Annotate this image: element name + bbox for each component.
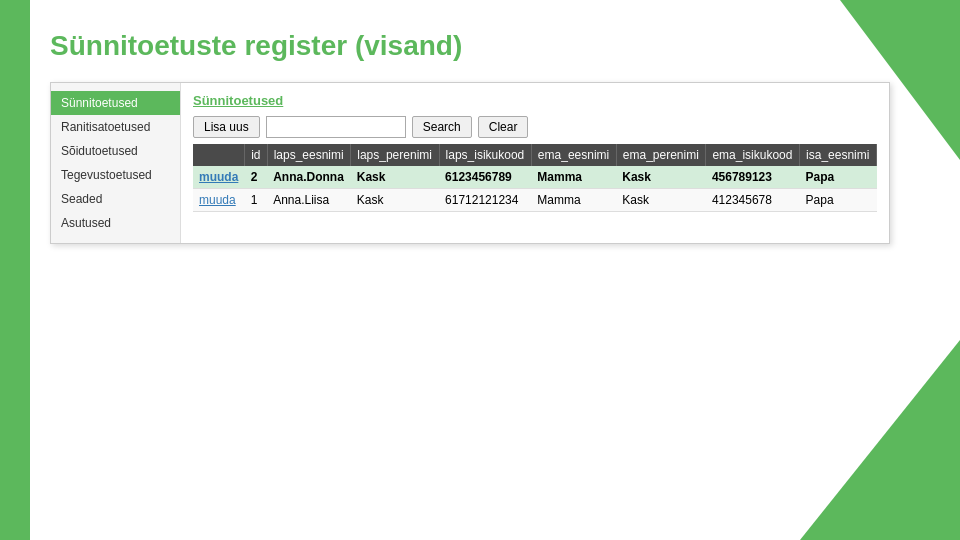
cell-laps_perenimi: Kask [351,166,439,189]
muuda-link[interactable]: muuda [199,193,236,207]
cell-id: 2 [245,166,267,189]
sidebar-item-synnitoetused[interactable]: Sünnitoetused [51,91,180,115]
col-isa-eesnimi: isa_eesnimi [800,144,877,166]
col-laps-eesnimi: laps_eesnimi [267,144,351,166]
clear-button[interactable]: Clear [478,116,529,138]
page-title: Sünnitoetuste register (visand) [50,30,910,62]
col-laps-isikukood: laps_isikukood [439,144,531,166]
sidebar-item-tegevustoetused[interactable]: Tegevustoetused [51,163,180,187]
cell-laps_eesnimi: Anna.Donna [267,166,351,189]
muuda-cell: muuda [193,166,245,189]
col-id: id [245,144,267,166]
col-ema-eesnimi: ema_eesnimi [531,144,616,166]
muuda-link[interactable]: muuda [199,170,238,184]
cell-laps_eesnimi: Anna.Liisa [267,189,351,212]
toolbar: Lisa uus Search Clear [193,116,877,138]
muuda-cell: muuda [193,189,245,212]
cell-isa_eesnimi: Papa [800,166,877,189]
sidebar-item-ranitisatoetused[interactable]: Ranitisatoetused [51,115,180,139]
main-panel: Sünnitoetused Lisa uus Search Clear id l… [181,83,889,243]
deco-bottom-right [800,340,960,540]
cell-ema_isikukood: 412345678 [706,189,800,212]
cell-ema_eesnimi: Mamma [531,189,616,212]
table-body: muuda2Anna.DonnaKask6123456789MammaKask4… [193,166,877,212]
table-row: muuda1Anna.LiisaKask61712121234MammaKask… [193,189,877,212]
cell-ema_perenimi: Kask [616,166,706,189]
data-table: id laps_eesnimi laps_perenimi laps_isiku… [193,144,877,212]
cell-laps_isikukood: 6123456789 [439,166,531,189]
main-content: Sünnitoetuste register (visand) Sünnitoe… [0,0,960,274]
sidebar-item-seaded[interactable]: Seaded [51,187,180,211]
cell-ema_eesnimi: Mamma [531,166,616,189]
table-row: muuda2Anna.DonnaKask6123456789MammaKask4… [193,166,877,189]
sidebar: Sünnitoetused Ranitisatoetused Sõidutoet… [51,83,181,243]
cell-laps_perenimi: Kask [351,189,439,212]
cell-laps_isikukood: 61712121234 [439,189,531,212]
panel-title: Sünnitoetused [193,93,877,108]
sidebar-item-asutused[interactable]: Asutused [51,211,180,235]
cell-ema_perenimi: Kask [616,189,706,212]
add-button[interactable]: Lisa uus [193,116,260,138]
search-input[interactable] [266,116,406,138]
table-header: id laps_eesnimi laps_perenimi laps_isiku… [193,144,877,166]
col-action [193,144,245,166]
col-ema-isikukood: ema_isikukood [706,144,800,166]
cell-id: 1 [245,189,267,212]
col-laps-perenimi: laps_perenimi [351,144,439,166]
search-button[interactable]: Search [412,116,472,138]
sidebar-item-soidutoetused[interactable]: Sõidutoetused [51,139,180,163]
col-ema-perenimi: ema_perenimi [616,144,706,166]
cell-isa_eesnimi: Papa [800,189,877,212]
app-container: Sünnitoetused Ranitisatoetused Sõidutoet… [50,82,890,244]
cell-ema_isikukood: 456789123 [706,166,800,189]
